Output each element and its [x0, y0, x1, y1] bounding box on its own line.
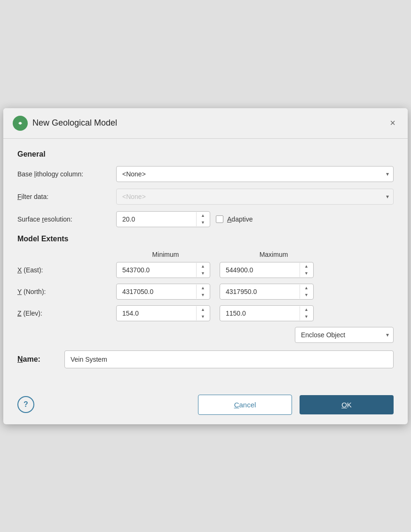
maximum-col-label: Maximum [224, 251, 323, 258]
surface-resolution-up-button[interactable]: ▲ [197, 212, 209, 219]
enclose-select[interactable]: Enclose Object [295, 327, 394, 343]
z-min-spinner: ▲ ▼ [116, 305, 210, 321]
y-min-down-button[interactable]: ▼ [197, 292, 209, 299]
x-min-spinner-buttons: ▲ ▼ [196, 263, 209, 277]
name-label: Name: [17, 355, 64, 364]
y-min-spinner: ▲ ▼ [116, 284, 210, 300]
filter-data-row: Filter data: <None> ▾ [17, 189, 394, 205]
y-max-up-button[interactable]: ▲ [300, 285, 313, 292]
title-bar-left: New Geological Model [13, 116, 117, 131]
surface-resolution-down-button[interactable]: ▼ [197, 219, 209, 226]
dialog-footer: ? Cancel OK [3, 389, 408, 424]
z-max-down-button[interactable]: ▼ [300, 313, 313, 320]
minimum-col-label: Minimum [116, 251, 215, 258]
z-max-up-button[interactable]: ▲ [300, 306, 313, 313]
z-max-spinner-buttons: ▲ ▼ [300, 306, 313, 320]
title-bar: New Geological Model × [3, 108, 408, 139]
help-button[interactable]: ? [17, 396, 34, 413]
cancel-button[interactable]: Cancel [198, 395, 292, 415]
y-max-down-button[interactable]: ▼ [300, 292, 313, 299]
x-max-spinner: ▲ ▼ [220, 262, 314, 278]
new-geological-model-dialog: New Geological Model × General Base lith… [3, 108, 408, 424]
surface-resolution-label: Surface resolution: [17, 215, 116, 223]
adaptive-row: Adaptive [216, 215, 253, 223]
y-min-spinner-buttons: ▲ ▼ [196, 285, 209, 299]
surface-resolution-spinner-buttons: ▲ ▼ [196, 212, 209, 226]
filter-data-select-wrapper: <None> ▾ [116, 189, 394, 205]
x-max-up-button[interactable]: ▲ [300, 263, 313, 270]
base-lithology-select[interactable]: <None> [116, 166, 394, 182]
base-lithology-label: Base lithology column: [17, 170, 116, 178]
z-extents-row: Z (Elev): ▲ ▼ ▲ ▼ [17, 305, 394, 321]
y-max-spinner: ▲ ▼ [220, 284, 314, 300]
ok-button[interactable]: OK [300, 395, 394, 414]
extents-header: Minimum Maximum [116, 251, 394, 258]
filter-data-label: Filter data: [17, 193, 116, 200]
x-inputs: ▲ ▼ ▲ ▼ [116, 262, 314, 278]
x-max-spinner-buttons: ▲ ▼ [300, 263, 313, 277]
enclose-select-wrapper: Enclose Object ▾ [295, 327, 394, 343]
y-min-up-button[interactable]: ▲ [197, 285, 209, 292]
x-max-down-button[interactable]: ▼ [300, 270, 313, 277]
surface-resolution-spinner: ▲ ▼ [116, 211, 210, 227]
y-extents-row: Y (North): ▲ ▼ ▲ ▼ [17, 284, 394, 300]
z-max-spinner: ▲ ▼ [220, 305, 314, 321]
base-lithology-select-wrapper: <None> ▾ [116, 166, 394, 182]
z-min-up-button[interactable]: ▲ [197, 306, 209, 313]
x-min-down-button[interactable]: ▼ [197, 270, 209, 277]
name-input[interactable] [64, 350, 394, 368]
z-inputs: ▲ ▼ ▲ ▼ [116, 305, 314, 321]
dialog-title: New Geological Model [32, 118, 117, 128]
surface-resolution-row: Surface resolution: ▲ ▼ Adaptive [17, 211, 394, 227]
base-lithology-row: Base lithology column: <None> ▾ [17, 166, 394, 182]
adaptive-label: Adaptive [227, 215, 253, 223]
y-inputs: ▲ ▼ ▲ ▼ [116, 284, 314, 300]
x-label: X (East): [17, 266, 116, 274]
app-icon [13, 116, 28, 131]
adaptive-checkbox[interactable] [216, 215, 223, 223]
y-label: Y (North): [17, 288, 116, 295]
svg-point-1 [19, 122, 21, 124]
close-button[interactable]: × [387, 117, 398, 129]
x-extents-row: X (East): ▲ ▼ ▲ ▼ [17, 262, 394, 278]
y-max-spinner-buttons: ▲ ▼ [300, 285, 313, 299]
dialog-body: General Base lithology column: <None> ▾ … [3, 139, 408, 389]
z-min-spinner-buttons: ▲ ▼ [196, 306, 209, 320]
z-min-down-button[interactable]: ▼ [197, 313, 209, 320]
x-min-up-button[interactable]: ▲ [197, 263, 209, 270]
model-extents-section-title: Model Extents [17, 235, 394, 243]
z-label: Z (Elev): [17, 310, 116, 317]
enclose-row: Enclose Object ▾ [17, 327, 394, 343]
filter-data-select[interactable]: <None> [116, 189, 394, 205]
general-section-title: General [17, 150, 394, 159]
x-min-spinner: ▲ ▼ [116, 262, 210, 278]
name-row: Name: [17, 350, 394, 368]
